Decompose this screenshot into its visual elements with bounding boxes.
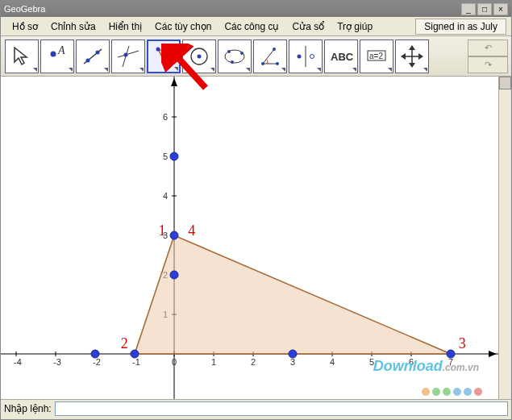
dropdown-icon (352, 68, 356, 72)
svg-text:6: 6 (163, 112, 168, 122)
tool-conic[interactable] (218, 40, 252, 73)
svg-point-79 (170, 152, 178, 160)
tool-text[interactable]: ABC (324, 40, 358, 73)
badge-dots (422, 388, 482, 396)
undo-redo-group: ↶ ↷ (468, 40, 508, 73)
svg-text:A: A (57, 44, 65, 56)
dropdown-icon (104, 68, 108, 72)
svg-point-11 (164, 61, 168, 65)
svg-marker-29 (409, 45, 415, 50)
svg-point-75 (91, 350, 99, 358)
svg-text:-3: -3 (53, 357, 61, 367)
toolbar: A ABC a=2 (1, 36, 511, 77)
svg-text:4: 4 (188, 222, 195, 239)
svg-marker-37 (171, 78, 177, 86)
menu-view[interactable]: Hiển thị (102, 19, 148, 34)
svg-point-80 (289, 350, 297, 358)
svg-marker-31 (401, 53, 406, 60)
svg-marker-32 (418, 53, 423, 60)
svg-text:5: 5 (163, 152, 168, 161)
svg-point-9 (156, 47, 160, 51)
svg-text:1: 1 (158, 222, 165, 239)
redo-button[interactable]: ↷ (468, 56, 508, 73)
dropdown-icon (33, 68, 37, 72)
menu-help[interactable]: Trợ giúp (331, 19, 379, 34)
svg-point-77 (170, 271, 178, 279)
svg-point-81 (447, 350, 455, 358)
svg-point-15 (227, 50, 231, 53)
svg-text:2: 2 (251, 357, 256, 367)
svg-point-19 (273, 48, 276, 51)
svg-text:3: 3 (459, 335, 466, 351)
tool-angle[interactable] (253, 40, 287, 73)
menu-edit[interactable]: Chỉnh sửa (44, 19, 102, 34)
vertical-scrollbar[interactable] (498, 77, 511, 399)
dropdown-icon (388, 68, 392, 72)
command-input[interactable] (55, 401, 508, 416)
dropdown-icon (317, 68, 321, 72)
svg-text:7: 7 (448, 357, 453, 367)
svg-text:4: 4 (330, 357, 335, 367)
tool-circle[interactable] (182, 40, 216, 73)
tool-cursor[interactable] (5, 40, 39, 73)
close-button[interactable]: × (493, 3, 508, 15)
dropdown-icon (174, 67, 178, 71)
svg-text:-2: -2 (93, 357, 101, 367)
dropdown-icon (69, 68, 73, 72)
svg-point-76 (131, 350, 139, 358)
menu-window[interactable]: Cửa sổ (285, 19, 331, 34)
svg-point-10 (169, 51, 173, 55)
svg-point-13 (198, 54, 202, 58)
svg-point-7 (124, 52, 128, 56)
tool-polygon[interactable] (147, 40, 181, 73)
graph-canvas[interactable]: -4-3-2-1012345671234561234 (1, 77, 498, 399)
dropdown-icon (423, 68, 427, 72)
svg-point-78 (170, 231, 178, 239)
svg-text:2: 2 (121, 335, 128, 351)
svg-point-23 (310, 54, 314, 58)
svg-marker-30 (409, 63, 415, 68)
svg-text:6: 6 (409, 357, 414, 367)
scroll-up-icon[interactable] (499, 77, 511, 89)
menubar: Hồ sơ Chỉnh sửa Hiển thị Các tùy chọn Cá… (1, 17, 511, 36)
tool-slider[interactable]: a=2 (360, 40, 393, 73)
minimize-button[interactable]: _ (461, 3, 476, 15)
menu-file[interactable]: Hồ sơ (6, 19, 44, 34)
svg-marker-8 (158, 49, 171, 64)
undo-button[interactable]: ↶ (468, 40, 508, 56)
svg-point-22 (298, 54, 302, 58)
svg-marker-74 (135, 235, 451, 354)
svg-point-0 (51, 51, 56, 56)
input-bar: Nhập lệnh: (1, 399, 511, 418)
maximize-button[interactable]: □ (477, 3, 492, 15)
svg-point-3 (86, 58, 90, 62)
svg-line-5 (118, 51, 139, 57)
tool-reflect[interactable] (289, 40, 323, 73)
tool-perpendicular[interactable] (111, 40, 145, 73)
tool-new-point[interactable]: A (40, 40, 74, 73)
input-label: Nhập lệnh: (4, 403, 52, 414)
svg-point-20 (276, 62, 279, 65)
svg-text:0: 0 (172, 357, 177, 367)
dropdown-icon (139, 68, 144, 72)
svg-text:3: 3 (290, 357, 295, 367)
svg-text:5: 5 (369, 357, 374, 367)
svg-text:ABC: ABC (331, 51, 354, 63)
app-title: GeoGebra (4, 4, 45, 14)
svg-point-18 (261, 62, 264, 65)
tool-line[interactable] (76, 40, 110, 73)
graphics-view[interactable]: -4-3-2-1012345671234561234 Download.com.… (1, 77, 511, 399)
svg-point-4 (96, 50, 100, 54)
svg-point-17 (231, 60, 234, 64)
dropdown-icon (246, 68, 250, 72)
svg-text:-1: -1 (132, 357, 140, 367)
menu-tools[interactable]: Các công cụ (218, 19, 285, 34)
tool-move-view[interactable] (395, 40, 429, 73)
titlebar: GeoGebra _ □ × (1, 1, 511, 17)
menu-options[interactable]: Các tùy chọn (148, 19, 218, 34)
svg-text:1: 1 (211, 357, 216, 367)
dropdown-icon (210, 68, 214, 72)
svg-marker-35 (489, 351, 497, 357)
signed-in-badge[interactable]: Signed in as July (415, 19, 506, 35)
svg-text:-4: -4 (14, 357, 22, 367)
